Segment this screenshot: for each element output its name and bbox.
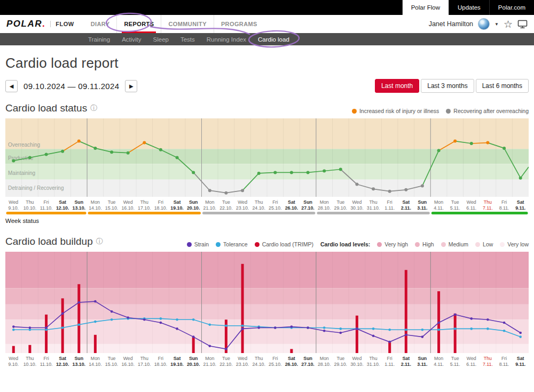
svg-text:Tue: Tue [336, 356, 344, 361]
svg-text:Wed: Wed [9, 356, 18, 361]
subnav-sleep[interactable]: Sleep [153, 36, 169, 43]
avatar[interactable] [478, 18, 490, 30]
svg-text:9.11.: 9.11. [515, 205, 525, 211]
svg-text:Tue: Tue [451, 199, 459, 205]
period-last-3-months-button[interactable]: Last 3 months [421, 79, 474, 93]
svg-text:17.10.: 17.10. [138, 362, 151, 367]
svg-text:15.10.: 15.10. [105, 362, 118, 367]
nav-diary[interactable]: DIARY [84, 15, 117, 33]
svg-text:Wed: Wed [352, 356, 362, 361]
svg-text:13.10.: 13.10. [73, 362, 85, 367]
pink-dot-icon [500, 242, 505, 247]
svg-text:Mon: Mon [320, 356, 329, 361]
svg-text:Thu: Thu [26, 356, 34, 361]
svg-text:Fri: Fri [158, 199, 163, 205]
svg-text:Fri: Fri [43, 199, 49, 205]
user-name[interactable]: Janet Hamilton [429, 20, 473, 28]
svg-text:12.10.: 12.10. [56, 362, 69, 367]
svg-text:Wed: Wed [123, 356, 133, 361]
svg-text:9.10.: 9.10. [9, 362, 19, 367]
info-icon[interactable]: ⓘ [96, 237, 103, 246]
subnav-tests[interactable]: Tests [180, 36, 195, 43]
favorites-star-icon[interactable]: ☆ [504, 19, 513, 29]
svg-text:Tue: Tue [451, 356, 459, 361]
svg-text:Mon: Mon [320, 199, 329, 205]
svg-text:Fri: Fri [501, 199, 507, 205]
svg-text:30.10.: 30.10. [350, 362, 363, 367]
topbar-tab-polar-flow[interactable]: Polar Flow [402, 0, 449, 15]
legend-label: Increased risk of injury or illness [359, 108, 439, 114]
svg-text:11.10.: 11.10. [40, 362, 53, 367]
nav-reports[interactable]: REPORTS [116, 15, 161, 33]
period-last-month-button[interactable]: Last month [375, 79, 419, 93]
legend-strain: Strain [187, 241, 209, 247]
svg-text:Detraining / Recovering: Detraining / Recovering [8, 185, 64, 191]
svg-text:Sun: Sun [74, 199, 83, 205]
svg-text:2.11.: 2.11. [401, 362, 411, 367]
svg-text:28.10.: 28.10. [318, 205, 331, 211]
svg-text:Mon: Mon [205, 356, 214, 361]
svg-text:20.10.: 20.10. [187, 205, 200, 211]
svg-text:Mon: Mon [91, 356, 100, 361]
display-monitor-icon[interactable] [517, 20, 528, 29]
svg-text:26.10.: 26.10. [285, 205, 298, 211]
svg-text:Fri: Fri [501, 356, 507, 361]
svg-text:13.10.: 13.10. [73, 205, 85, 211]
svg-text:Fri: Fri [387, 199, 392, 205]
date-toolbar: ◀ 09.10.2024 — 09.11.2024 ▶ Last month L… [5, 79, 529, 93]
topbar-tab-polar-com[interactable]: Polar.com [489, 0, 534, 15]
svg-text:31.10.: 31.10. [367, 205, 380, 211]
pink-dot-icon [377, 242, 382, 247]
nav-programs[interactable]: PROGRAMS [214, 15, 264, 33]
user-area: Janet Hamilton ▼ ☆ [429, 18, 528, 30]
legend-level-very-low: Very low [500, 241, 529, 247]
info-icon[interactable]: ⓘ [90, 103, 97, 113]
chevron-down-icon[interactable]: ▼ [494, 22, 499, 27]
reports-subnav: Training Activity Sleep Tests Running In… [0, 33, 534, 45]
svg-text:30.10.: 30.10. [350, 205, 363, 211]
svg-text:25.10.: 25.10. [269, 205, 281, 211]
prev-period-button[interactable]: ◀ [5, 80, 18, 92]
svg-text:Sun: Sun [418, 356, 427, 361]
svg-text:Mon: Mon [91, 199, 100, 205]
svg-text:18.10.: 18.10. [154, 362, 167, 367]
subnav-running-index[interactable]: Running Index [207, 36, 246, 43]
svg-text:Sat: Sat [288, 356, 295, 361]
svg-text:Maintaining: Maintaining [8, 170, 35, 176]
svg-text:Sun: Sun [189, 199, 198, 205]
svg-text:Sat: Sat [402, 199, 410, 205]
legend-tolerance: Tolerance [216, 241, 248, 247]
svg-text:Wed: Wed [9, 199, 18, 205]
subnav-activity[interactable]: Activity [122, 36, 141, 43]
blue-dot-icon [216, 242, 221, 247]
content: Cardio load report ◀ 09.10.2024 — 09.11.… [0, 55, 534, 368]
svg-text:9.10.: 9.10. [9, 205, 19, 211]
legend-level-very-high: Very high [377, 241, 408, 247]
legend-label: Cardio load (TRIMP) [262, 241, 313, 247]
svg-text:2.11.: 2.11. [401, 205, 411, 211]
svg-text:11.10.: 11.10. [40, 205, 53, 211]
svg-text:31.10.: 31.10. [367, 362, 380, 367]
subnav-cardio-load[interactable]: Cardio load [258, 36, 289, 43]
polar-logo[interactable]: POLAR. [6, 19, 45, 29]
cardio-load-status-chart[interactable]: OverreachingProductiveMaintainingDetrain… [5, 118, 529, 216]
subnav-training[interactable]: Training [88, 36, 110, 43]
svg-text:Sat: Sat [517, 356, 524, 361]
svg-text:29.10.: 29.10. [334, 205, 347, 211]
nav-community[interactable]: COMMUNITY [161, 15, 213, 33]
next-period-button[interactable]: ▶ [125, 80, 137, 92]
gray-dot-icon [446, 109, 451, 114]
svg-text:15.10.: 15.10. [105, 205, 118, 211]
svg-text:16.10.: 16.10. [121, 205, 134, 211]
svg-text:4.11.: 4.11. [434, 362, 444, 367]
period-last-6-months-button[interactable]: Last 6 months [476, 79, 529, 93]
cardio-load-buildup-chart[interactable]: Wed9.10.Thu10.10.Fri11.10.Sat12.10.Sun13… [5, 252, 529, 368]
svg-text:Thu: Thu [255, 356, 263, 361]
svg-text:Sat: Sat [174, 199, 181, 205]
svg-text:22.10.: 22.10. [219, 362, 232, 367]
legend-level-low: Low [475, 241, 493, 247]
svg-text:Wed: Wed [238, 199, 247, 205]
topbar-tab-updates[interactable]: Updates [449, 0, 489, 15]
svg-text:Fri: Fri [387, 356, 392, 361]
legend-trimp: Cardio load (TRIMP) [255, 241, 313, 247]
